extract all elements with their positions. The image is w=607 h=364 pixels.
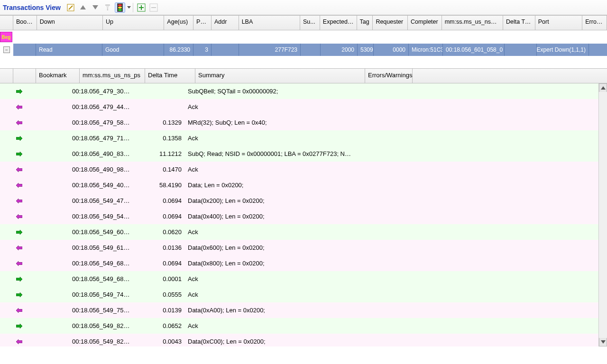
svg-marker-12 xyxy=(16,230,22,235)
row-time: 00:18.056_549_619_2 xyxy=(69,244,135,251)
svg-marker-5 xyxy=(16,120,22,125)
inner-col-errors[interactable]: Errors/Warnings xyxy=(365,69,413,83)
begin-tag[interactable]: Beg xyxy=(0,32,12,42)
row-time: 00:18.056_479_449_3 xyxy=(69,103,135,110)
row-summary: Ack xyxy=(185,322,355,329)
gutter-col[interactable] xyxy=(0,16,13,30)
dropdown-caret-icon[interactable] xyxy=(127,6,131,9)
table-row[interactable]: 00:18.056_549_405_0 58.4190 Data; Len = … xyxy=(0,177,607,193)
direction-arrow-icon xyxy=(13,167,26,173)
row-delta: 0.0555 xyxy=(135,291,185,298)
up-arrow-button[interactable] xyxy=(78,2,88,13)
col-port[interactable]: Port xyxy=(535,16,583,30)
row-time: 00:18.056_549_757_9 xyxy=(69,307,135,314)
svg-marker-19 xyxy=(16,339,22,344)
row-time: 00:18.056_479_308_4 xyxy=(69,88,135,95)
inner-col-time[interactable]: mm:ss.ms_us_ns_ps xyxy=(80,69,145,83)
svg-marker-10 xyxy=(16,199,22,203)
inner-col-delta[interactable]: Delta Time xyxy=(145,69,195,83)
row-delta: 0.0652 xyxy=(135,322,185,329)
col-addr[interactable]: Addr xyxy=(212,16,239,30)
table-row[interactable]: 00:18.056_549_744_0 0.0555 Ack xyxy=(0,287,607,302)
svg-marker-13 xyxy=(16,246,22,250)
table-row[interactable]: 00:18.056_549_688_5 0.0694 Data(0x800); … xyxy=(0,255,607,271)
svg-marker-16 xyxy=(16,292,22,297)
col-requester[interactable]: Requester xyxy=(373,16,408,30)
col-up[interactable]: Up xyxy=(103,16,164,30)
direction-arrow-icon xyxy=(13,198,26,204)
table-row[interactable]: 00:18.056_490_839_1 11.1212 SubQ; Read; … xyxy=(0,146,607,162)
direction-arrow-icon xyxy=(13,276,26,282)
col-pen[interactable]: Pen... xyxy=(193,16,212,30)
table-row[interactable]: 00:18.056_549_474_4 0.0694 Data(0x200); … xyxy=(0,193,607,209)
svg-marker-11 xyxy=(16,214,22,219)
summary-expected: 2000 xyxy=(321,44,358,56)
col-age[interactable]: Age(us) xyxy=(164,16,193,30)
summary-tag: 5309 xyxy=(358,44,374,56)
collapse-button[interactable] xyxy=(148,2,159,13)
row-time: 00:18.056_549_688_5 xyxy=(69,260,135,267)
row-summary: Data(0xC00); Len = 0x0200; xyxy=(185,338,355,345)
transaction-summary-row[interactable]: Read Good 86.2330 3 277F723 2000 5309 00… xyxy=(13,44,607,56)
scroll-up-button[interactable] xyxy=(599,83,607,92)
direction-arrow-icon xyxy=(13,214,26,219)
row-time: 00:18.056_549_823_0 xyxy=(69,322,135,329)
col-completer[interactable]: Completer xyxy=(408,16,442,30)
table-row[interactable]: 00:18.056_549_823_0 0.0652 Ack xyxy=(0,318,607,334)
row-summary: SubQBell; SQTail = 0x00000092; xyxy=(185,88,355,95)
filter-button[interactable] xyxy=(102,2,113,13)
row-summary: Data(0x800); Len = 0x0200; xyxy=(185,260,355,267)
row-delta: 0.1358 xyxy=(135,135,185,142)
row-delta: 0.0620 xyxy=(135,228,185,236)
summary-port: Expert Down(1,1,1) xyxy=(537,44,589,56)
row-delta: 0.0694 xyxy=(135,213,185,220)
vertical-scrollbar[interactable] xyxy=(598,83,607,346)
direction-arrow-icon xyxy=(13,182,26,188)
summary-up: Good xyxy=(102,44,164,56)
begin-marker-row: Beg xyxy=(0,30,607,44)
col-errors[interactable]: Errors/V xyxy=(582,16,607,30)
table-row[interactable]: 00:18.056_549_757_9 0.0139 Data(0xA00); … xyxy=(0,302,607,318)
col-tag[interactable]: Tag xyxy=(357,16,373,30)
edit-view-button[interactable] xyxy=(65,2,76,13)
table-row[interactable]: 00:18.056_479_717_9 0.1358 Ack xyxy=(0,130,607,146)
svg-marker-15 xyxy=(16,277,22,282)
row-delta: 0.0694 xyxy=(135,260,185,267)
direction-arrow-icon xyxy=(13,89,26,94)
col-down[interactable]: Down xyxy=(37,16,103,30)
table-row[interactable]: 00:18.056_490_986_1 0.1470 Ack xyxy=(0,162,607,177)
table-row[interactable]: 00:18.056_549_543_7 0.0694 Data(0x400); … xyxy=(0,209,607,224)
expand-button[interactable] xyxy=(136,2,147,13)
table-row[interactable]: 00:18.056_549_827_2 0.0043 Data(0xC00); … xyxy=(0,334,607,346)
down-arrow-button[interactable] xyxy=(90,2,101,13)
col-delta[interactable]: Delta Time xyxy=(503,16,535,30)
table-row[interactable]: 00:18.056_549_605_6 0.0620 Ack xyxy=(0,224,607,240)
svg-marker-18 xyxy=(16,324,22,328)
table-row[interactable]: 00:18.056_549_619_2 0.0136 Data(0x600); … xyxy=(0,240,607,255)
col-time[interactable]: mm:ss.ms_us_ns_ps xyxy=(442,16,503,30)
inner-col-summary[interactable]: Summary xyxy=(195,69,365,83)
row-summary: Ack xyxy=(185,228,355,236)
table-row[interactable]: 00:18.056_479_449_3 Ack xyxy=(0,99,607,115)
row-delta: 0.1470 xyxy=(135,166,185,173)
svg-marker-14 xyxy=(16,261,22,266)
summary-pen: 3 xyxy=(193,44,212,56)
table-row[interactable]: 00:18.056_549_688_6 0.0001 Ack xyxy=(0,271,607,287)
col-bookmark[interactable]: Book... xyxy=(13,16,37,30)
traffic-light-button[interactable] xyxy=(115,2,125,13)
col-expected[interactable]: Expected E... xyxy=(320,16,357,30)
row-summary: Ack xyxy=(185,103,355,110)
scroll-down-button[interactable] xyxy=(599,338,607,346)
summary-su xyxy=(301,44,321,56)
row-time: 00:18.056_549_827_2 xyxy=(69,338,135,345)
table-row[interactable]: 00:18.056_479_582_2 0.1329 MRd(32); SubQ… xyxy=(0,115,607,130)
row-time: 00:18.056_549_543_7 xyxy=(69,213,135,220)
summary-down: Read xyxy=(36,44,102,56)
collapse-toggle[interactable]: − xyxy=(3,46,10,53)
row-summary: Ack xyxy=(185,166,355,173)
inner-col-bookmark[interactable]: Bookmark xyxy=(36,69,80,83)
col-su[interactable]: Su... xyxy=(300,16,320,30)
svg-marker-17 xyxy=(16,308,22,313)
col-lba[interactable]: LBA xyxy=(239,16,300,30)
table-row[interactable]: 00:18.056_479_308_4 SubQBell; SQTail = 0… xyxy=(0,83,607,99)
